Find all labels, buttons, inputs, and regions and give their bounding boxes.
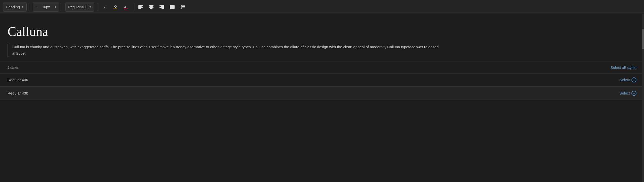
svg-rect-6 — [138, 8, 141, 9]
heading-chevron-icon: ▼ — [21, 6, 24, 8]
select-style-1-label: Select — [619, 78, 630, 82]
italic-icon: I — [104, 5, 105, 10]
styles-header: 2 styles Select all styles — [0, 62, 644, 73]
main-content: Calluna Calluna is chunky and outspoken,… — [0, 14, 644, 62]
align-left-button[interactable] — [136, 3, 145, 11]
align-right-button[interactable] — [157, 3, 166, 11]
svg-rect-17 — [170, 7, 175, 8]
svg-rect-12 — [161, 6, 164, 7]
line-height-button[interactable] — [179, 3, 187, 11]
align-right-icon — [159, 5, 164, 9]
font-weight-label: Regular 400 — [68, 5, 87, 9]
svg-marker-23 — [181, 8, 182, 9]
font-weight-chevron-icon: ▼ — [89, 6, 91, 8]
scrollbar-thumb[interactable] — [642, 29, 644, 49]
svg-rect-16 — [170, 6, 175, 7]
select-style-2-button[interactable]: Select + — [619, 91, 636, 96]
style-row: Regular 400 Select + — [0, 73, 644, 87]
svg-rect-3 — [138, 5, 143, 6]
highlight-icon — [113, 5, 117, 9]
svg-rect-0 — [113, 9, 117, 9]
svg-rect-7 — [149, 5, 153, 6]
svg-rect-5 — [138, 7, 143, 8]
style-row-alt: Regular 400 Select + — [0, 87, 644, 100]
add-style-1-icon: + — [631, 77, 636, 82]
scrollbar-track[interactable] — [642, 14, 644, 182]
svg-rect-11 — [159, 5, 164, 6]
divider-4 — [133, 4, 133, 11]
svg-rect-21 — [182, 8, 185, 8]
select-style-1-button[interactable]: Select + — [619, 77, 636, 82]
italic-button[interactable]: I — [100, 3, 109, 11]
content-wrapper: Calluna Calluna is chunky and outspoken,… — [0, 14, 644, 182]
select-all-styles-button[interactable]: Select all styles — [611, 65, 636, 70]
decrease-font-size-button[interactable]: − — [33, 3, 40, 12]
highlight-button[interactable] — [111, 3, 119, 11]
svg-rect-9 — [149, 7, 153, 8]
align-justify-button[interactable] — [168, 3, 177, 11]
align-justify-icon — [170, 5, 175, 9]
font-title: Calluna — [8, 24, 636, 39]
toolbar: Heading ▼ − 16px + Regular 400 ▼ I A — [0, 0, 644, 14]
svg-rect-4 — [138, 6, 142, 7]
styles-count: 2 styles — [8, 66, 19, 69]
svg-rect-8 — [150, 6, 153, 7]
svg-rect-20 — [182, 6, 185, 7]
align-center-button[interactable] — [147, 3, 155, 11]
heading-label: Heading — [6, 5, 20, 9]
svg-rect-13 — [159, 7, 164, 8]
divider-3 — [97, 4, 97, 11]
styles-section: 2 styles Select all styles Regular 400 S… — [0, 62, 644, 100]
select-style-2-label: Select — [619, 91, 630, 95]
align-center-icon — [149, 5, 153, 9]
increase-font-size-button[interactable]: + — [52, 3, 59, 12]
svg-text:A: A — [124, 5, 127, 9]
style-name-2: Regular 400 — [8, 91, 28, 95]
line-height-icon — [181, 5, 185, 9]
style-name-1: Regular 400 — [8, 78, 28, 82]
divider-2 — [62, 4, 62, 11]
svg-marker-22 — [181, 5, 182, 6]
font-size-value: 16px — [41, 5, 51, 9]
font-weight-dropdown[interactable]: Regular 400 ▼ — [65, 3, 94, 12]
font-description: Calluna is chunky and outspoken, with ex… — [12, 44, 440, 57]
add-style-2-icon: + — [631, 91, 636, 96]
divider-1 — [30, 4, 30, 11]
heading-dropdown[interactable]: Heading ▼ — [3, 3, 27, 12]
text-color-button[interactable]: A — [122, 3, 130, 11]
svg-rect-2 — [124, 9, 128, 9]
font-size-control: − 16px + — [33, 3, 59, 12]
font-description-wrapper: Calluna is chunky and outspoken, with ex… — [8, 44, 636, 57]
text-color-icon: A — [124, 5, 128, 9]
svg-rect-18 — [170, 8, 175, 9]
svg-rect-10 — [150, 8, 152, 9]
align-left-icon — [138, 5, 143, 9]
svg-rect-14 — [162, 8, 164, 9]
svg-rect-19 — [182, 5, 185, 6]
svg-rect-15 — [170, 5, 175, 6]
